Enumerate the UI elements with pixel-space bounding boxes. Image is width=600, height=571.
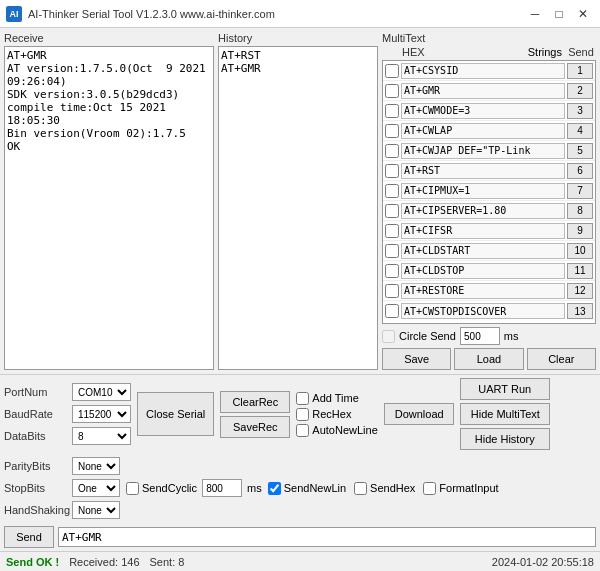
portnum-label: PortNum xyxy=(4,386,69,398)
circle-send-checkbox[interactable] xyxy=(382,330,395,343)
portnum-select[interactable]: COM10 xyxy=(72,383,131,401)
saverec-button[interactable]: SaveRec xyxy=(220,416,290,438)
circle-send-label: Circle Send xyxy=(399,330,456,342)
download-button[interactable]: Download xyxy=(384,403,454,425)
paritybits-row: ParityBits None xyxy=(4,456,120,476)
hide-multitext-button[interactable]: Hide MultiText xyxy=(460,403,550,425)
mt-send-btn-3[interactable]: 3 xyxy=(567,103,593,119)
mt-input-10[interactable] xyxy=(401,243,565,259)
handshaking-select[interactable]: None xyxy=(72,501,120,519)
send-input[interactable] xyxy=(58,527,596,547)
datetime-status: 2024-01-02 20:55:18 xyxy=(492,556,594,568)
mt-input-6[interactable] xyxy=(401,163,565,179)
mt-send-btn-7[interactable]: 7 xyxy=(567,183,593,199)
mt-check-9[interactable] xyxy=(385,224,399,238)
mt-row-9: 9 xyxy=(383,221,595,241)
mt-check-1[interactable] xyxy=(385,64,399,78)
baudrate-select[interactable]: 115200 xyxy=(72,405,131,423)
mt-check-13[interactable] xyxy=(385,304,399,318)
mt-check-11[interactable] xyxy=(385,264,399,278)
mt-check-2[interactable] xyxy=(385,84,399,98)
mid-buttons: ClearRec SaveRec xyxy=(220,391,290,438)
rechex-checkbox[interactable] xyxy=(296,408,309,421)
save-button[interactable]: Save xyxy=(382,348,451,370)
history-panel: History AT+RST AT+GMR xyxy=(218,32,378,370)
sendcyclic-checkbox[interactable] xyxy=(126,482,139,495)
history-list: AT+RST AT+GMR xyxy=(218,46,378,370)
send-cyclic-group: SendCyclic ms xyxy=(126,479,262,497)
mt-send-btn-8[interactable]: 8 xyxy=(567,203,593,219)
sendhex-label: SendHex xyxy=(370,482,415,494)
clearrec-button[interactable]: ClearRec xyxy=(220,391,290,413)
receive-textarea[interactable]: AT+GMR AT version:1.7.5.0(Oct 9 2021 09:… xyxy=(4,46,214,370)
uart-run-button[interactable]: UART Run xyxy=(460,378,550,400)
mt-check-5[interactable] xyxy=(385,144,399,158)
mt-send-btn-1[interactable]: 1 xyxy=(567,63,593,79)
close-button[interactable]: ✕ xyxy=(572,5,594,23)
mt-send-btn-2[interactable]: 2 xyxy=(567,83,593,99)
mt-input-4[interactable] xyxy=(401,123,565,139)
mt-check-7[interactable] xyxy=(385,184,399,198)
top-panels: Receive AT+GMR AT version:1.7.5.0(Oct 9 … xyxy=(0,28,600,374)
mt-input-5[interactable] xyxy=(401,143,565,159)
mt-check-4[interactable] xyxy=(385,124,399,138)
mt-input-12[interactable] xyxy=(401,283,565,299)
circle-send-unit: ms xyxy=(504,330,519,342)
databits-select[interactable]: 8 xyxy=(72,427,131,445)
main-content: Receive AT+GMR AT version:1.7.5.0(Oct 9 … xyxy=(0,28,600,571)
paritybits-select[interactable]: None xyxy=(72,457,120,475)
mt-check-6[interactable] xyxy=(385,164,399,178)
hide-history-button[interactable]: Hide History xyxy=(460,428,550,450)
close-serial-button[interactable]: Close Serial xyxy=(137,392,214,436)
mt-send-btn-9[interactable]: 9 xyxy=(567,223,593,239)
circle-send-input[interactable] xyxy=(460,327,500,345)
mt-action-buttons: Save Load Clear xyxy=(382,348,596,370)
paritybits-label: ParityBits xyxy=(4,460,69,472)
mt-send-btn-4[interactable]: 4 xyxy=(567,123,593,139)
sent-status: Sent: 8 xyxy=(150,556,185,568)
mt-input-8[interactable] xyxy=(401,203,565,219)
col-hex-label: HEX xyxy=(400,46,524,58)
stopbits-row: StopBits One xyxy=(4,478,120,498)
sendnewlin-checkbox[interactable] xyxy=(268,482,281,495)
mt-input-7[interactable] xyxy=(401,183,565,199)
mt-send-btn-12[interactable]: 12 xyxy=(567,283,593,299)
addtime-checkbox[interactable] xyxy=(296,392,309,405)
addtime-row: Add Time xyxy=(296,392,377,405)
history-item[interactable]: AT+GMR xyxy=(221,62,375,75)
clear-button[interactable]: Clear xyxy=(527,348,596,370)
mt-check-12[interactable] xyxy=(385,284,399,298)
sendcyclic-label: SendCyclic xyxy=(142,482,197,494)
mt-send-btn-6[interactable]: 6 xyxy=(567,163,593,179)
mt-check-10[interactable] xyxy=(385,244,399,258)
sendhex-checkbox[interactable] xyxy=(354,482,367,495)
mt-row-12: 12 xyxy=(383,281,595,301)
mt-check-8[interactable] xyxy=(385,204,399,218)
mt-input-11[interactable] xyxy=(401,263,565,279)
mt-send-btn-13[interactable]: 13 xyxy=(567,303,593,319)
load-button[interactable]: Load xyxy=(454,348,523,370)
autonewline-checkbox[interactable] xyxy=(296,424,309,437)
mt-send-btn-5[interactable]: 5 xyxy=(567,143,593,159)
mt-input-2[interactable] xyxy=(401,83,565,99)
history-item[interactable]: AT+RST xyxy=(221,49,375,62)
formatinput-checkbox[interactable] xyxy=(423,482,436,495)
multitext-panel: MultiText HEX Strings Send 1 2 xyxy=(382,32,596,370)
mt-check-3[interactable] xyxy=(385,104,399,118)
send-ok-status: Send OK ! xyxy=(6,556,59,568)
mt-input-3[interactable] xyxy=(401,103,565,119)
sendcyclic-input[interactable] xyxy=(202,479,242,497)
mt-send-btn-10[interactable]: 10 xyxy=(567,243,593,259)
mt-input-13[interactable] xyxy=(401,303,565,319)
rechex-label: RecHex xyxy=(312,408,351,420)
col-send-label: Send xyxy=(566,46,596,58)
minimize-button[interactable]: ─ xyxy=(524,5,546,23)
mt-input-1[interactable] xyxy=(401,63,565,79)
send-button[interactable]: Send xyxy=(4,526,54,548)
maximize-button[interactable]: □ xyxy=(548,5,570,23)
left-settings: PortNum COM10 BaudRate 115200 DataBits 8 xyxy=(4,382,131,446)
mt-input-9[interactable] xyxy=(401,223,565,239)
stopbits-select[interactable]: One xyxy=(72,479,120,497)
mt-send-btn-11[interactable]: 11 xyxy=(567,263,593,279)
sendcyclic-row: SendCyclic ms xyxy=(126,479,262,497)
